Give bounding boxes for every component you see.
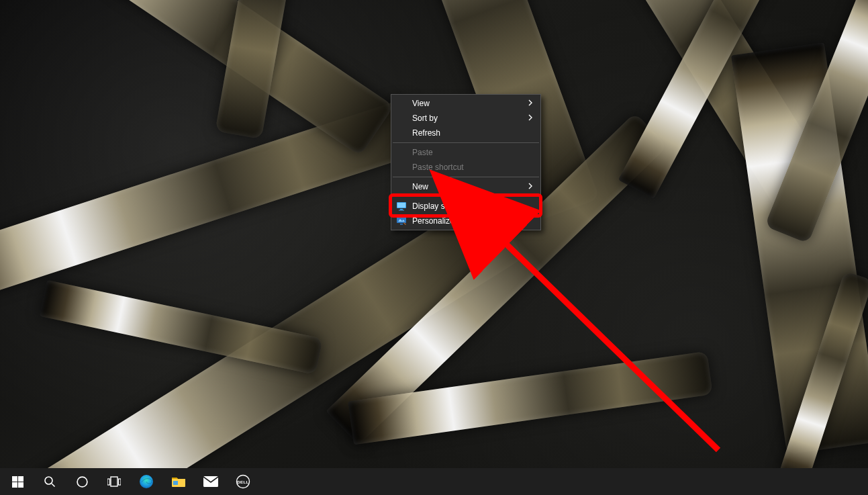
menu-separator [393,142,539,143]
svg-point-14 [77,477,87,487]
svg-rect-9 [18,476,23,482]
chevron-right-icon [528,99,533,108]
windows-logo-icon [12,476,23,488]
menu-item-display-settings[interactable]: Display settings [392,199,540,214]
search-icon [44,476,56,488]
menu-item-label: Display settings [412,201,469,211]
menu-item-paste: Paste [392,145,540,160]
menu-item-label: Sort by [412,114,438,123]
svg-rect-15 [107,479,110,485]
cortana-icon [76,476,89,488]
menu-item-refresh[interactable]: Refresh [392,126,540,140]
task-view-icon [107,476,121,487]
svg-text:DELL: DELL [237,480,248,484]
svg-line-13 [52,484,55,487]
desktop-context-menu: View Sort by Refresh Paste Paste shortcu… [391,94,541,230]
file-explorer-button[interactable] [162,468,195,495]
cortana-button[interactable] [66,468,98,495]
svg-rect-1 [397,203,405,208]
dell-button[interactable]: DELL [227,468,259,495]
start-button[interactable] [1,468,34,495]
taskbar: DELL [0,468,868,495]
svg-rect-4 [397,217,406,223]
svg-point-12 [45,477,52,484]
mail-icon [203,476,218,487]
desktop-wallpaper[interactable] [0,0,868,495]
chevron-right-icon [528,182,533,191]
task-view-button[interactable] [98,468,130,495]
menu-separator [393,177,539,177]
dell-icon: DELL [236,474,250,489]
menu-item-label: New [412,182,428,191]
search-button[interactable] [34,468,66,495]
svg-rect-17 [119,479,122,485]
menu-item-view[interactable]: View [392,96,540,111]
edge-button[interactable] [130,468,162,495]
svg-rect-5 [400,224,403,225]
menu-item-label: Refresh [412,128,440,138]
svg-rect-2 [400,209,403,210]
menu-item-label: View [412,99,430,108]
menu-item-new[interactable]: New [392,179,540,194]
edge-icon [139,474,154,489]
menu-item-sort-by[interactable]: Sort by [392,111,540,126]
svg-rect-19 [173,481,178,485]
personalize-icon [396,216,407,226]
svg-rect-3 [399,210,404,211]
svg-rect-10 [12,482,17,488]
menu-separator [393,196,539,197]
menu-item-label: Personalize [412,216,454,226]
menu-item-label: Paste [412,148,433,157]
mail-button[interactable] [195,468,227,495]
chevron-right-icon [528,114,533,123]
folder-icon [171,476,186,488]
svg-rect-16 [111,477,117,486]
svg-rect-11 [18,482,23,488]
menu-item-paste-shortcut: Paste shortcut [392,160,540,175]
svg-rect-20 [203,476,218,487]
menu-item-label: Paste shortcut [412,163,464,172]
menu-item-personalize[interactable]: Personalize [392,214,540,228]
svg-rect-8 [12,476,17,482]
display-icon [396,201,407,212]
